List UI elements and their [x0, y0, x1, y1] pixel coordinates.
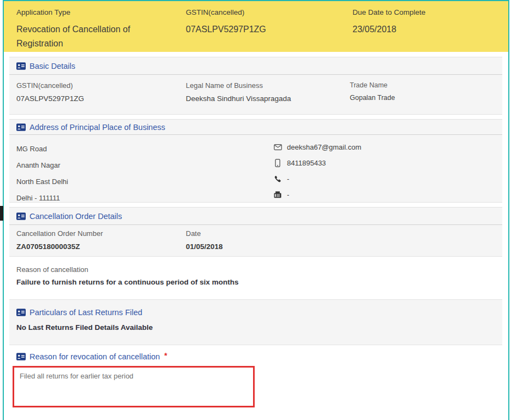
last-returns-header: Particulars of Last Returns Filed [16, 308, 495, 317]
cancellation-order-section: Cancellation Order Details Cancellation … [9, 207, 502, 257]
application-summary-banner: Application Type GSTIN(cancelled) Due Da… [4, 1, 508, 52]
trade-name-field: Trade Name Gopalan Trade [350, 81, 395, 102]
gstin-field-label: GSTIN(cancelled) [16, 81, 84, 90]
legal-name-label: Legal Name of Business [186, 81, 291, 90]
phone-icon [273, 175, 282, 183]
application-type-value: Revocation of Cancellation of Registrati… [16, 22, 175, 51]
due-date-value: 23/05/2018 [353, 22, 396, 37]
cancellation-order-title: Cancellation Order Details [30, 212, 122, 221]
email-icon [273, 144, 282, 150]
contact-list: deeksha67@gmail.com 8411895433 [273, 139, 361, 203]
cancellation-reason-block: Reason of cancellation Failure to furnis… [4, 257, 508, 299]
address-lines: MG Road Ananth Nagar North East Delhi De… [16, 141, 68, 206]
cancellation-order-header: Cancellation Order Details [9, 208, 502, 225]
basic-details-section: Basic Details GSTIN(cancelled) 07ASLPV52… [9, 57, 502, 115]
trade-name-value: Gopalan Trade [350, 94, 395, 102]
order-number-field: Cancellation Order Number ZA070518000035… [16, 229, 103, 251]
gstin-field: GSTIN(cancelled) 07ASLPV5297P1ZG [16, 81, 84, 103]
revocation-reason-title: Reason for revocation of cancellation [30, 352, 160, 361]
address-section-header: Address of Principal Place of Business [9, 120, 502, 135]
mobile-icon [273, 159, 282, 167]
gstin-field-value: 07ASLPV5297P1ZG [16, 94, 84, 103]
address-line-state-pin: Delhi - 111111 [16, 190, 68, 206]
last-returns-section: Particulars of Last Returns Filed No Las… [9, 299, 502, 345]
order-date-value: 01/05/2018 [186, 242, 223, 251]
required-asterisk: * [165, 351, 167, 360]
cancellation-order-body: Cancellation Order Number ZA070518000035… [9, 225, 502, 256]
cancellation-reason-value: Failure to furnish returns for a continu… [16, 278, 508, 286]
no-returns-message: No Last Returns Filed Details Available [16, 323, 495, 332]
revocation-reason-textarea[interactable]: Filed all returns for earlier tax period [13, 366, 255, 407]
legal-name-value: Deeksha Sindhuri Vissapragada [186, 94, 291, 103]
address-line-street: MG Road [16, 141, 68, 157]
order-date-field: Date 01/05/2018 [186, 229, 223, 251]
phone-value: - [287, 175, 289, 183]
id-card-icon [16, 353, 26, 360]
fax-value: - [287, 191, 289, 199]
last-returns-title: Particulars of Last Returns Filed [30, 308, 142, 317]
gstin-value: 07ASLPV5297P1ZG [186, 22, 266, 37]
id-card-icon [16, 62, 26, 70]
cancellation-reason-label: Reason of cancellation [16, 265, 508, 274]
gstin-label: GSTIN(cancelled) [186, 8, 244, 16]
id-card-icon [16, 309, 26, 316]
order-number-value: ZA070518000035Z [16, 242, 103, 251]
mobile-row: 8411895433 [273, 155, 361, 171]
order-date-label: Date [186, 229, 223, 238]
email-row: deeksha67@gmail.com [273, 139, 361, 155]
address-line-area: Ananth Nagar [16, 157, 68, 174]
id-card-icon [16, 212, 26, 220]
phone-row: - [273, 171, 361, 187]
address-body: MG Road Ananth Nagar North East Delhi De… [9, 135, 502, 202]
application-type-label: Application Type [16, 8, 71, 16]
address-line-district: North East Delhi [16, 174, 68, 190]
left-edge-scroll-artifact [0, 206, 3, 221]
mobile-value: 8411895433 [287, 159, 326, 167]
address-section: Address of Principal Place of Business M… [9, 119, 502, 203]
trade-name-label: Trade Name [350, 81, 395, 89]
order-number-label: Cancellation Order Number [16, 229, 103, 238]
email-value: deeksha67@gmail.com [287, 143, 361, 151]
fax-row: - [273, 187, 361, 203]
legal-name-field: Legal Name of Business Deeksha Sindhuri … [186, 81, 291, 103]
basic-details-body: GSTIN(cancelled) 07ASLPV5297P1ZG Legal N… [9, 75, 502, 114]
basic-details-title: Basic Details [30, 62, 75, 70]
address-section-title: Address of Principal Place of Business [30, 123, 165, 132]
due-date-label: Due Date to Complete [353, 8, 426, 16]
page-content: Application Type GSTIN(cancelled) Due Da… [4, 1, 508, 420]
revocation-reason-block: Reason for revocation of cancellation* F… [4, 345, 508, 407]
fax-icon [273, 191, 282, 198]
basic-details-header: Basic Details [9, 57, 502, 75]
revocation-reason-header: Reason for revocation of cancellation* [13, 352, 508, 361]
id-card-icon [16, 123, 26, 131]
revocation-application-page: Application Type GSTIN(cancelled) Due Da… [0, 0, 511, 420]
